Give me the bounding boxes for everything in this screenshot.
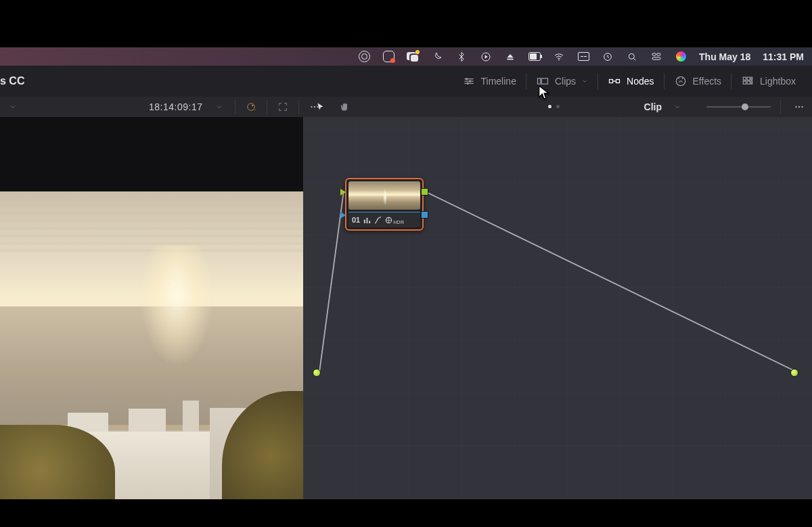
svg-rect-12: [541, 78, 547, 84]
timeline-tab[interactable]: Timeline: [453, 66, 526, 97]
control-center-icon[interactable]: [650, 51, 662, 63]
graph-source-port[interactable]: [313, 369, 321, 377]
viewer-image[interactable]: [0, 191, 303, 499]
svg-rect-16: [743, 77, 746, 80]
node-number: 01: [352, 216, 360, 224]
nodes-label: Nodes: [627, 76, 654, 87]
svg-rect-30: [364, 219, 365, 223]
page-dot: [556, 105, 560, 108]
svg-point-4: [629, 53, 634, 59]
menubar-date[interactable]: Thu May 18: [699, 51, 750, 62]
project-title: s CC: [0, 66, 24, 97]
eject-icon[interactable]: [504, 51, 516, 63]
svg-rect-32: [369, 221, 371, 223]
node-hdr-badge: HDR: [393, 220, 404, 225]
effects-icon: [674, 74, 687, 88]
timecode-display[interactable]: 18:14:09:17: [145, 101, 206, 112]
lightbox-tab[interactable]: Lightbox: [731, 66, 805, 97]
node-cursor-tools: [311, 97, 353, 117]
chevron-down-icon[interactable]: [4, 98, 22, 116]
node-footer: 01 HDR: [348, 212, 420, 227]
wifi-icon[interactable]: [553, 51, 565, 63]
clips-tab[interactable]: Clips: [526, 66, 597, 97]
node-thumbnail: [348, 181, 420, 210]
svg-rect-31: [367, 217, 368, 223]
svg-point-29: [801, 106, 803, 108]
svg-rect-5: [652, 53, 656, 55]
clock-icon[interactable]: [602, 51, 614, 63]
nodes-tab[interactable]: Nodes: [598, 66, 663, 97]
panel-tabs: Timeline Clips Nodes Effects Lightbox: [453, 66, 805, 97]
lightbox-icon: [741, 74, 754, 88]
timeline-label: Timeline: [481, 76, 516, 87]
sub-toolbar: 18:14:09:17 Clip: [0, 97, 812, 118]
now-playing-icon[interactable]: [480, 51, 492, 63]
keyboard-input-icon[interactable]: [577, 51, 589, 63]
effects-label: Effects: [693, 76, 722, 87]
page-indicator[interactable]: [548, 105, 560, 108]
do-not-disturb-icon[interactable]: [431, 51, 443, 63]
separator: [780, 99, 781, 114]
svg-rect-18: [751, 77, 752, 80]
timeline-icon: [462, 74, 476, 88]
screenshot-icon[interactable]: [382, 51, 394, 63]
separator: [267, 99, 267, 114]
node-graph-panel[interactable]: 01 HDR: [303, 117, 812, 499]
hand-tool-icon[interactable]: [336, 98, 353, 116]
macos-menubar: Thu May 18 11:31 PM: [0, 47, 812, 66]
svg-rect-1: [507, 58, 513, 60]
viewer-letterbox: [0, 117, 303, 191]
node-mode-label[interactable]: Clip: [644, 101, 662, 112]
svg-rect-13: [610, 80, 613, 83]
svg-rect-17: [747, 77, 750, 80]
svg-rect-11: [537, 78, 540, 84]
obs-icon[interactable]: [358, 51, 370, 63]
svg-rect-19: [743, 81, 746, 84]
graph-output-port[interactable]: [790, 369, 798, 377]
viewer-toolbar: 18:14:09:17: [0, 97, 323, 117]
separator: [235, 99, 235, 114]
chevron-down-icon: [581, 74, 588, 88]
node-rgb-input-icon[interactable]: [340, 189, 346, 196]
svg-rect-14: [616, 80, 620, 83]
color-wheel-icon: [385, 216, 392, 224]
clips-icon: [536, 74, 549, 88]
notifications-icon[interactable]: [407, 51, 419, 63]
svg-rect-20: [747, 81, 750, 84]
resolve-window: s CC Timeline Clips Nodes Effects: [0, 66, 812, 499]
battery-icon[interactable]: [528, 51, 541, 63]
curves-icon: [374, 216, 382, 224]
node-panel-toolbar: Clip: [644, 97, 812, 117]
page-dot-active: [548, 105, 551, 108]
pointer-tool-icon[interactable]: [311, 98, 329, 116]
clips-label: Clips: [555, 76, 576, 87]
svg-point-10: [466, 83, 468, 85]
svg-point-9: [469, 80, 471, 82]
svg-point-27: [795, 106, 796, 108]
svg-point-28: [798, 106, 800, 108]
svg-rect-6: [657, 53, 660, 55]
svg-point-22: [248, 104, 255, 111]
svg-rect-7: [652, 57, 660, 59]
nodes-icon: [608, 74, 621, 88]
zoom-slider-thumb[interactable]: [742, 104, 748, 110]
effects-tab[interactable]: Effects: [664, 66, 731, 97]
corrector-node-01[interactable]: 01 HDR: [345, 178, 424, 231]
spotlight-icon[interactable]: [626, 51, 638, 63]
expand-icon[interactable]: [274, 98, 292, 116]
chevron-down-icon[interactable]: [669, 98, 686, 116]
node-alpha-output-icon[interactable]: [421, 211, 428, 219]
letterbox-bottom: [0, 499, 812, 527]
node-connections: [303, 117, 812, 499]
bluetooth-icon[interactable]: [455, 51, 468, 63]
node-alpha-input-icon[interactable]: [340, 212, 346, 219]
image-wipe-icon[interactable]: [242, 98, 260, 116]
letterbox-top: [0, 0, 812, 47]
chevron-down-icon[interactable]: [210, 98, 228, 116]
menubar-time[interactable]: 11:31 PM: [763, 51, 804, 62]
svg-point-2: [558, 59, 560, 60]
siri-icon[interactable]: [675, 51, 687, 63]
more-options-icon[interactable]: [790, 98, 808, 116]
node-rgb-output-icon[interactable]: [421, 188, 428, 196]
zoom-slider[interactable]: [706, 106, 771, 108]
